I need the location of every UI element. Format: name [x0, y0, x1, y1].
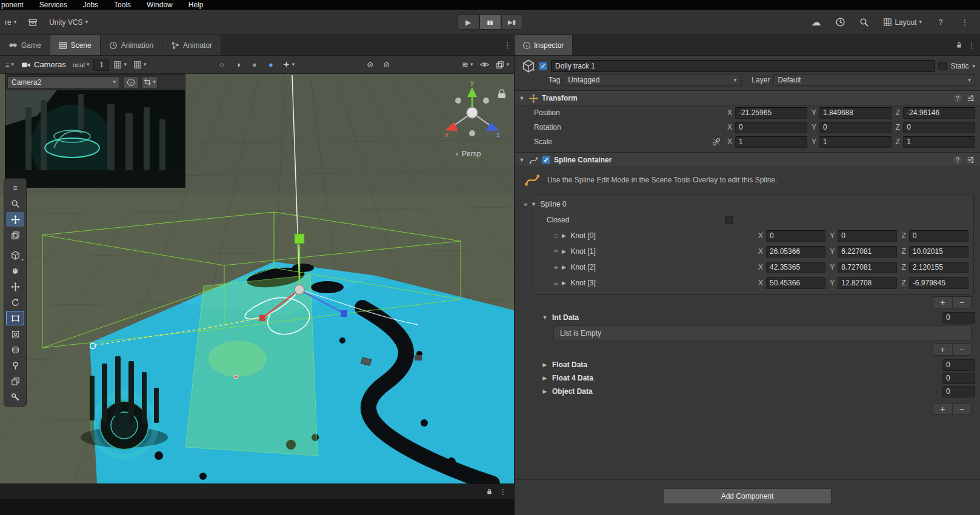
scene-bottom-kebab[interactable]: ⋮: [499, 488, 507, 496]
camera-info-button[interactable]: i: [123, 76, 139, 88]
layout-dropdown[interactable]: Layout ▾: [879, 15, 925, 30]
spline-enabled-checkbox[interactable]: ✓: [542, 156, 550, 164]
drag-handle-icon[interactable]: ≡: [554, 248, 557, 255]
view-tool-button[interactable]: [6, 264, 24, 278]
position-y-field[interactable]: 1.849688: [819, 107, 892, 119]
foldout-closed-icon[interactable]: ▶: [560, 280, 567, 286]
scale-z-field[interactable]: 1: [903, 136, 975, 148]
scale-y-field[interactable]: 1: [819, 136, 892, 148]
duplicate-tool-button[interactable]: [6, 374, 24, 388]
archive-button[interactable]: [24, 15, 42, 30]
foldout-closed-icon[interactable]: ▶: [560, 264, 567, 270]
drag-handle-icon[interactable]: ≡: [554, 232, 557, 239]
int-data-row[interactable]: ▼ Int Data 0: [515, 311, 980, 324]
overlays-dropdown[interactable]: ≋ ▾: [459, 58, 475, 71]
projection-label[interactable]: Persp: [462, 150, 481, 158]
grid-visual-dropdown[interactable]: ▾: [111, 58, 129, 71]
drag-handle-icon[interactable]: ≡: [554, 279, 557, 287]
history-button[interactable]: [831, 15, 849, 30]
add-int-data-button[interactable]: +: [933, 344, 953, 355]
float4-data-row[interactable]: ▶ Float 4 Data 0: [515, 371, 980, 385]
float4-data-count-field[interactable]: 0: [942, 373, 975, 384]
add-knot-button[interactable]: +: [933, 297, 953, 308]
step-button[interactable]: ▶▮: [501, 15, 523, 30]
play-button[interactable]: ▶: [458, 15, 479, 30]
rotation-z-field[interactable]: 0: [903, 122, 975, 133]
position-x-field[interactable]: -21.25965: [735, 107, 807, 119]
knot3-y-field[interactable]: 12.82708: [838, 277, 897, 289]
position-z-field[interactable]: -24.96146: [903, 107, 975, 119]
knot0-x-field[interactable]: 0: [766, 230, 825, 242]
wireframe-mode-button[interactable]: ◑: [231, 58, 245, 71]
overlay-menu-button[interactable]: ≡ ▾: [2, 58, 17, 71]
tab-animator[interactable]: Animator: [162, 35, 221, 55]
menu-item-jobs[interactable]: Jobs: [83, 1, 98, 9]
gameobject-name-field[interactable]: [551, 60, 935, 72]
move-overlay-button[interactable]: [6, 212, 24, 227]
transform-header[interactable]: ▼ Transform ?: [515, 91, 980, 105]
rotation-x-field[interactable]: 0: [735, 122, 807, 133]
menu-item-component[interactable]: ponent: [1, 1, 24, 9]
shading-mode-button[interactable]: ○: [215, 58, 229, 71]
pause-button[interactable]: ▮▮: [479, 15, 501, 30]
help-icon[interactable]: ?: [953, 156, 962, 164]
remove-knot-button[interactable]: −: [953, 297, 972, 308]
sphere-gizmo-button[interactable]: [6, 342, 24, 357]
layers-overlay-button[interactable]: [6, 228, 24, 242]
scene-visibility-toggle[interactable]: [477, 58, 492, 71]
object-data-count-field[interactable]: 0: [942, 386, 975, 397]
handle-orientation-dropdown[interactable]: ocal ▾: [70, 58, 92, 71]
foldout-closed-icon[interactable]: ▶: [541, 388, 548, 394]
layer-dropdown[interactable]: Default ▾: [773, 74, 975, 86]
cloud-button[interactable]: ☁: [807, 15, 825, 30]
foldout-open-icon[interactable]: ▼: [518, 95, 525, 101]
closed-checkbox[interactable]: [725, 216, 733, 224]
int-data-count-field[interactable]: 0: [942, 312, 975, 324]
effects-dropdown[interactable]: ▾: [280, 58, 298, 71]
create-object-dropdown[interactable]: ▾: [6, 248, 24, 262]
spline-container-header[interactable]: ▼ ✓ Spline Container ?: [515, 153, 980, 167]
rect-tool-button[interactable]: [6, 311, 24, 325]
scale-x-field[interactable]: 1: [735, 136, 807, 148]
scene-lock-icon[interactable]: [485, 488, 493, 496]
tab-animation[interactable]: Animation: [101, 35, 162, 55]
foldout-open-icon[interactable]: ▼: [518, 157, 525, 163]
static-checkbox[interactable]: [938, 62, 947, 70]
foldout-closed-icon[interactable]: ▶: [560, 248, 567, 254]
foldout-closed-icon[interactable]: ▶: [541, 375, 548, 381]
tab-scene[interactable]: Scene: [50, 35, 101, 55]
remove-int-data-button[interactable]: −: [953, 344, 972, 355]
spline-0-row[interactable]: ≡ ▼ Spline 0: [536, 196, 971, 212]
layers-dropdown[interactable]: ▾: [493, 58, 512, 71]
menu-item-services[interactable]: Services: [39, 1, 67, 9]
toolbar-kebab-button[interactable]: ⋮: [956, 15, 974, 30]
camera-selector-dropdown[interactable]: Camera2 ▾: [7, 76, 120, 88]
inspector-tab-kebab[interactable]: ⋮: [968, 41, 975, 50]
unity-vcs-dropdown[interactable]: Unity VCS ▾: [45, 15, 92, 30]
remove-spline-button[interactable]: −: [953, 404, 972, 414]
knot3-x-field[interactable]: 50.45366: [766, 277, 825, 289]
menu-item-tools[interactable]: Tools: [114, 1, 131, 9]
audio-mute-toggle[interactable]: ⊘: [363, 58, 378, 71]
zoom-tool-button[interactable]: [6, 196, 24, 211]
knot0-y-field[interactable]: 0: [838, 230, 897, 242]
move-tool-button[interactable]: [6, 279, 24, 294]
custom-tool-button[interactable]: [6, 390, 24, 404]
account-dropdown[interactable]: re ▾: [1, 15, 20, 30]
knot1-x-field[interactable]: 26.05366: [766, 246, 825, 258]
gameobject-cube-icon[interactable]: ▾: [522, 59, 535, 73]
add-component-button[interactable]: Add Component: [663, 488, 832, 504]
active-checkbox[interactable]: ✓: [539, 62, 547, 70]
tools-overlay-grip[interactable]: ≡: [6, 181, 24, 195]
foldout-open-icon[interactable]: ▼: [530, 201, 537, 207]
unlit-mode-button[interactable]: ●: [247, 58, 262, 71]
drag-handle-icon[interactable]: ≡: [524, 201, 527, 208]
inspector-lock-icon[interactable]: [955, 41, 963, 49]
tab-inspector[interactable]: i Inspector: [515, 35, 573, 55]
rotation-y-field[interactable]: 0: [819, 122, 892, 133]
scene-viewport[interactable]: y x z ‹ Persp Camera2 ▾ i: [0, 74, 514, 483]
cameras-overlay-title[interactable]: Cameras: [19, 60, 68, 70]
knot1-y-field[interactable]: 6.227081: [838, 246, 897, 258]
foldout-closed-icon[interactable]: ▶: [560, 233, 567, 239]
scene-tab-kebab[interactable]: ⋮: [501, 35, 514, 55]
